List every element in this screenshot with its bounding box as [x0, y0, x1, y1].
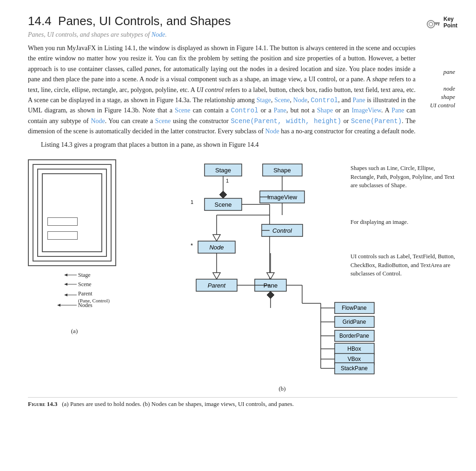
svg-rect-4	[436, 24, 437, 25]
svg-marker-24	[213, 235, 220, 241]
figure-caption: Figure 14.3 (a) Panes are used to hold n…	[28, 397, 457, 408]
svg-text:BorderPane: BorderPane	[339, 333, 369, 339]
figure-label: Figure 14.3	[28, 400, 57, 407]
figure-a: Stage Scene Parent(Pane, Control) Nodes …	[28, 159, 121, 335]
margin-label-node: node	[443, 85, 455, 92]
svg-text:Stage: Stage	[215, 167, 231, 174]
svg-text:Control: Control	[272, 227, 292, 234]
svg-marker-17	[219, 191, 227, 198]
fig-a-button2	[47, 231, 78, 240]
fig-a-box4	[42, 173, 102, 252]
svg-point-0	[427, 20, 435, 28]
svg-marker-9	[64, 274, 67, 276]
subtitle-node-link: Node	[152, 31, 165, 38]
uml-diagram-svg: Stage 1 Scene 1 Node *	[126, 159, 367, 382]
subtitle-text: Panes, UI controls, and shapes are subty…	[28, 31, 150, 38]
subtitle-suffix: .	[165, 31, 167, 38]
fig-a-label-scene: Scene	[78, 281, 92, 288]
svg-rect-3	[438, 24, 439, 26]
svg-text:Shape: Shape	[273, 167, 291, 174]
svg-text:1: 1	[226, 178, 229, 183]
svg-marker-48	[267, 291, 274, 299]
svg-text:FlowPane: FlowPane	[342, 305, 367, 311]
svg-text:VBox: VBox	[348, 356, 361, 362]
svg-marker-45	[267, 273, 274, 279]
svg-text:HBox: HBox	[347, 346, 361, 352]
key-point-badge: KeyPoint	[425, 14, 457, 31]
fig-a-box3	[37, 169, 107, 257]
margin-label-pane: pane	[443, 68, 455, 76]
key-icon	[425, 14, 442, 31]
svg-text:Scene: Scene	[215, 201, 232, 208]
svg-text:StackPane: StackPane	[341, 365, 368, 372]
svg-marker-12	[57, 304, 60, 307]
fig-b-caption: (b)	[218, 385, 346, 392]
section-title: 14.4 Panes, UI Controls, and Shapes	[28, 14, 457, 28]
margin-label-ui-control: UI control	[430, 102, 455, 109]
fig-a-button1	[47, 217, 78, 226]
fig-a-label-nodes: Nodes	[78, 302, 93, 309]
section-heading: Panes, UI Controls, and Shapes	[58, 14, 231, 28]
svg-text:1: 1	[191, 199, 193, 205]
svg-text:ImageView: ImageView	[267, 194, 298, 201]
svg-text:Parent: Parent	[208, 282, 226, 289]
svg-text:*: *	[191, 242, 193, 249]
section-number: 14.4	[28, 14, 52, 28]
margin-label-shape: shape	[441, 93, 455, 101]
fig-a-outerbox	[28, 159, 116, 266]
svg-text:GridPane: GridPane	[343, 319, 366, 325]
paragraph-1: When you run MyJavaFX in Listing 14.1, t…	[28, 43, 416, 137]
fig-a-box2	[33, 164, 112, 262]
svg-text:Node: Node	[209, 244, 224, 251]
svg-marker-40	[213, 273, 220, 279]
main-text-block: When you run MyJavaFX in Listing 14.1, t…	[28, 43, 416, 150]
paragraph-2: Listing 14.3 gives a program that places…	[28, 140, 416, 150]
figure-caption-text: (a) Panes are used to hold nodes. (b) No…	[59, 400, 294, 407]
svg-marker-10	[64, 283, 67, 286]
svg-rect-2	[434, 22, 440, 24]
key-point-label: KeyPoint	[443, 16, 457, 29]
fig-a-label-stage: Stage	[78, 272, 91, 279]
svg-point-1	[429, 22, 433, 26]
figure-b: Stage 1 Scene 1 Node *	[126, 159, 346, 392]
fig-a-caption: (a)	[28, 327, 121, 335]
svg-marker-11	[64, 294, 67, 296]
diagram-section: Stage Scene Parent(Pane, Control) Nodes …	[28, 159, 457, 392]
fig-a-labels: Stage Scene Parent(Pane, Control) Nodes	[28, 268, 121, 326]
subtitle: Panes, UI controls, and shapes are subty…	[28, 31, 457, 39]
